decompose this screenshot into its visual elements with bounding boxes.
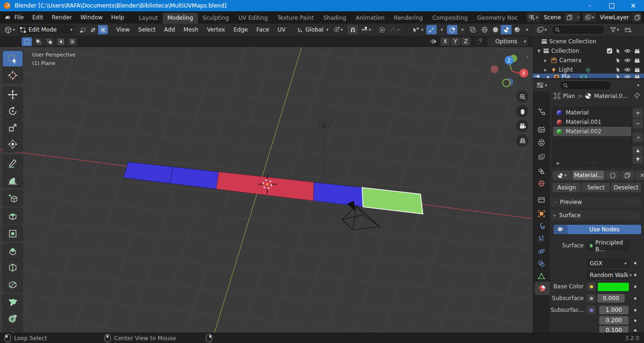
- select-set-button[interactable]: [22, 37, 32, 46]
- menu-vertex[interactable]: Vertex: [203, 26, 229, 33]
- keyframe-dot[interactable]: [634, 329, 636, 332]
- tool-rotate[interactable]: [3, 103, 23, 119]
- add-material-slot-button[interactable]: +: [633, 108, 643, 118]
- proportional-edit-toggle[interactable]: [377, 25, 387, 34]
- render-camera-icon[interactable]: [634, 49, 640, 54]
- scene-copy-button[interactable]: [565, 13, 574, 22]
- menu-uv[interactable]: UV: [274, 26, 289, 33]
- keyframe-dot[interactable]: [634, 286, 636, 288]
- material-slot[interactable]: Material: [553, 108, 631, 117]
- zoom-button[interactable]: [516, 90, 528, 103]
- new-material-button[interactable]: [620, 171, 635, 180]
- eye-icon[interactable]: [624, 74, 631, 78]
- gizmo-y-neg-axis[interactable]: [503, 79, 510, 87]
- tool-scale[interactable]: [3, 120, 23, 135]
- menu-mesh[interactable]: Mesh: [180, 26, 202, 33]
- tab-layout[interactable]: Layout: [134, 13, 163, 24]
- tab-object-data[interactable]: [536, 271, 546, 281]
- subsurface-socket-button[interactable]: [587, 294, 595, 302]
- subsurface-radius-socket-button[interactable]: [587, 306, 595, 314]
- scene-name[interactable]: Scene: [540, 14, 565, 21]
- tab-animation[interactable]: Animation: [351, 13, 389, 24]
- tool-select-box[interactable]: [3, 51, 23, 66]
- outliner-editor-type-button[interactable]: ▾: [537, 26, 547, 33]
- list-expand-icon[interactable]: ▶: [557, 161, 560, 165]
- menu-edge[interactable]: Edge: [230, 26, 251, 33]
- keyframe-dot[interactable]: [634, 319, 636, 322]
- tool-add-cube[interactable]: [3, 190, 23, 206]
- blender-app-icon[interactable]: [5, 14, 10, 21]
- select-extend-button[interactable]: [33, 37, 43, 46]
- tool-extrude-region[interactable]: [3, 208, 23, 224]
- selectable-pointer-icon[interactable]: [616, 48, 621, 54]
- mode-dropdown[interactable]: Edit Mode ▾: [18, 25, 74, 34]
- subsurface-radius-x-field[interactable]: 1.000: [599, 306, 628, 314]
- outliner-row-light[interactable]: ▶ Light: [533, 65, 644, 74]
- maximize-button[interactable]: [601, 0, 622, 11]
- close-button[interactable]: ×: [622, 0, 644, 11]
- overlays-dropdown[interactable]: ▾: [457, 25, 467, 34]
- tool-inset-faces[interactable]: [3, 226, 23, 241]
- face-select-button[interactable]: [98, 25, 108, 34]
- outliner-filter-button[interactable]: ▾: [610, 27, 619, 33]
- base-color-socket-button[interactable]: [587, 282, 595, 291]
- tab-tool[interactable]: [536, 106, 546, 116]
- keyframe-dot[interactable]: [634, 274, 636, 276]
- scene-browse-button[interactable]: ▾: [527, 13, 540, 22]
- new-collection-button[interactable]: [625, 26, 632, 33]
- menu-edit[interactable]: Edit: [28, 11, 48, 24]
- tab-constraints[interactable]: [536, 258, 546, 269]
- ortho-toggle-button[interactable]: [516, 134, 528, 147]
- shading-solid-button[interactable]: [490, 25, 501, 34]
- tab-modifiers[interactable]: [536, 220, 546, 231]
- list-resize-grip[interactable]: ::::: [590, 161, 597, 165]
- tool-move[interactable]: [3, 87, 23, 102]
- browse-material-button[interactable]: ▾: [553, 171, 571, 180]
- snap-base-icon[interactable]: [475, 38, 483, 45]
- deselect-button[interactable]: Deselect: [611, 183, 641, 192]
- tab-view-layer[interactable]: [536, 152, 546, 162]
- navigation-gizmo[interactable]: Z X: [486, 51, 529, 90]
- options-dropdown[interactable]: Options ▾: [487, 37, 528, 46]
- subsurface-method-dropdown[interactable]: Random Walk ▾: [587, 270, 629, 279]
- select-invert-button[interactable]: [56, 37, 66, 46]
- panel-grip[interactable]: ::::: [631, 213, 638, 218]
- tool-knife[interactable]: [3, 277, 23, 292]
- light-object[interactable]: [320, 122, 328, 180]
- tool-smooth[interactable]: [3, 327, 23, 333]
- disclosure-triangle-icon[interactable]: ▶: [547, 75, 550, 79]
- assign-button[interactable]: Assign: [553, 183, 581, 192]
- snap-toggle-button[interactable]: [347, 25, 358, 34]
- distribution-dropdown[interactable]: GGX ▾: [587, 259, 629, 268]
- remove-material-slot-button[interactable]: −: [633, 119, 643, 128]
- transform-orientation-dropdown[interactable]: Global ▾: [295, 25, 330, 34]
- tab-texture-paint[interactable]: Texture Paint: [272, 13, 318, 24]
- outliner-row-scene-collection[interactable]: Scene Collection: [533, 37, 644, 46]
- tab-scene[interactable]: [536, 166, 546, 176]
- menu-select[interactable]: Select: [134, 26, 159, 33]
- scene-unlink-button[interactable]: ×: [574, 13, 580, 22]
- tab-rendering[interactable]: Rendering: [389, 13, 428, 24]
- camera-view-button[interactable]: [516, 120, 528, 132]
- overlays-toggle[interactable]: [447, 25, 457, 34]
- menu-file[interactable]: File: [10, 11, 28, 24]
- plane-face-green-selected[interactable]: [362, 188, 423, 214]
- outliner-search-input[interactable]: [552, 25, 604, 34]
- fake-user-button[interactable]: [605, 171, 619, 180]
- shading-material-preview-button[interactable]: [501, 25, 512, 34]
- tab-modeling[interactable]: Modeling: [163, 13, 198, 24]
- mirror-y-button[interactable]: Y: [451, 37, 460, 46]
- tab-collection[interactable]: [536, 195, 546, 205]
- plane-face-red[interactable]: [216, 172, 314, 201]
- outliner-row-plane-selected[interactable]: ▶ Pla: [533, 74, 644, 78]
- pivot-point-dropdown[interactable]: ▾: [331, 25, 345, 34]
- tab-object[interactable]: [536, 208, 546, 219]
- breadcrumb-object[interactable]: Plan: [563, 93, 575, 99]
- menu-face[interactable]: Face: [253, 26, 273, 33]
- menu-view[interactable]: View: [113, 26, 133, 33]
- shading-dropdown[interactable]: ▾: [522, 25, 531, 34]
- menu-help[interactable]: Help: [107, 11, 128, 24]
- keyframe-dot[interactable]: [634, 297, 636, 300]
- material-name-field[interactable]: Material...: [572, 171, 604, 180]
- tab-compositing[interactable]: Compositing: [428, 13, 472, 24]
